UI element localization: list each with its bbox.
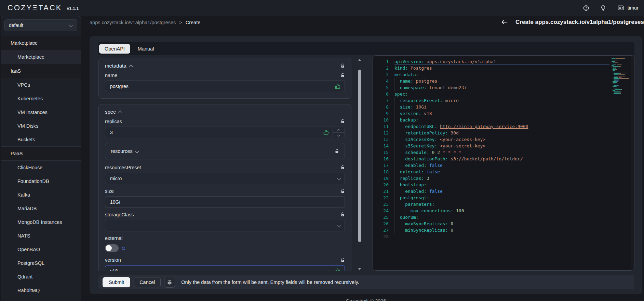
- scroll-up-arrow[interactable]: [358, 59, 361, 61]
- version-select-value: v18: [110, 268, 118, 271]
- editor-line[interactable]: 6spec:: [373, 91, 634, 97]
- sidebar-item-openbao[interactable]: OpenBAO: [1, 243, 81, 256]
- resourcespreset-field-label: resourcesPreset: [105, 165, 141, 170]
- sidebar-item-qdrant[interactable]: Qdrant: [1, 270, 81, 284]
- sidebar-item-kafka[interactable]: Kafka: [1, 188, 81, 202]
- sidebar-group-iaas[interactable]: IaaS: [1, 64, 81, 78]
- cancel-button[interactable]: Cancel: [134, 277, 161, 287]
- collapse-icon[interactable]: [129, 64, 133, 68]
- sidebar-item-postgresql[interactable]: PostgreSQL: [1, 256, 81, 270]
- editor-line[interactable]: 22postgresql:: [373, 195, 634, 201]
- stepper-down-button[interactable]: [333, 133, 345, 138]
- editor-line[interactable]: 10backup:: [373, 117, 634, 123]
- yaml-editor[interactable]: 1apiVersion: apps.cozystack.io/v1alpha12…: [373, 55, 634, 271]
- scroll-down-arrow[interactable]: [358, 268, 361, 270]
- replicas-field-label: replicas: [105, 119, 122, 124]
- lock-icon[interactable]: [335, 149, 339, 154]
- topbar: COZYΞTACK v1.1.1 timur: [0, 0, 644, 16]
- sidebar-item-nats[interactable]: NATS: [1, 229, 81, 243]
- editor-line[interactable]: 4name: postgres: [373, 78, 634, 84]
- form-mode-tabs: OpenAPI Manual: [98, 42, 634, 55]
- sidebar-item-mariadb[interactable]: MariaDB: [1, 202, 81, 215]
- editor-line[interactable]: 23parameters:: [373, 201, 634, 207]
- editor-line[interactable]: 5namespace: tenant-demo237: [373, 84, 634, 91]
- back-arrow-icon[interactable]: [500, 18, 508, 26]
- editor-line[interactable]: 26maxSyncReplicas: 0: [373, 220, 634, 227]
- collapse-icon[interactable]: [118, 111, 122, 114]
- size-field-label: size: [105, 188, 114, 194]
- app-logo: COZYΞTACK: [8, 3, 62, 12]
- sidebar-group-marketplace[interactable]: Marketplace: [1, 36, 81, 50]
- reset-default-icon[interactable]: [121, 246, 126, 250]
- sidebar-item-marketplace[interactable]: Marketplace: [1, 50, 81, 64]
- replicas-input[interactable]: 3: [105, 127, 345, 138]
- sidebar-item-foundationdb[interactable]: FoundationDB: [1, 174, 81, 188]
- lock-icon[interactable]: [340, 73, 345, 78]
- editor-line[interactable]: 21enabled: false: [373, 188, 634, 195]
- editor-line[interactable]: 18external: false: [373, 169, 634, 175]
- editor-line[interactable]: 11endpointURL: http://minio-gateway-serv…: [373, 123, 634, 130]
- theme-lightbulb-icon[interactable]: [600, 4, 607, 11]
- name-input-value: postgres: [110, 84, 129, 89]
- editor-line[interactable]: 15schedule: 0 2 * * * *: [373, 149, 634, 156]
- form-scrollbar[interactable]: [358, 58, 361, 271]
- lock-icon[interactable]: [340, 258, 345, 262]
- resourcespreset-select-value: micro: [110, 176, 122, 181]
- editor-minimap[interactable]: [612, 58, 630, 95]
- sidebar-item-kubernetes[interactable]: Kubernetes: [1, 92, 81, 105]
- user-menu[interactable]: timur: [617, 4, 639, 11]
- resources-collapsed-section[interactable]: resources: [105, 143, 345, 159]
- tab-openapi[interactable]: OpenAPI: [99, 44, 130, 54]
- breadcrumb-separator: >: [179, 20, 182, 25]
- stepper-up-button[interactable]: [333, 127, 345, 133]
- editor-line[interactable]: 17enabled: false: [373, 162, 634, 169]
- editor-line[interactable]: 27minSyncReplicas: 0: [373, 227, 634, 233]
- lock-icon[interactable]: [340, 119, 345, 124]
- debug-bug-button[interactable]: [164, 277, 175, 288]
- lock-icon[interactable]: [340, 63, 345, 68]
- sidebar-item-rabbitmq[interactable]: RabbitMQ: [1, 284, 81, 297]
- lock-icon[interactable]: [340, 189, 345, 194]
- editor-line[interactable]: 7resourcesPreset: micro: [373, 97, 634, 104]
- sidebar-item-buckets[interactable]: Buckets: [1, 133, 81, 146]
- editor-line[interactable]: 12retentionPolicy: 30d: [373, 130, 634, 136]
- version-select[interactable]: v18: [105, 265, 345, 271]
- sidebar-item-vm-disks[interactable]: VM Disks: [1, 119, 81, 133]
- editor-line[interactable]: 8size: 10Gi: [373, 104, 634, 110]
- tab-manual[interactable]: Manual: [132, 44, 160, 54]
- tenant-selector[interactable]: default: [4, 19, 77, 31]
- editor-scrollbar[interactable]: [631, 56, 634, 270]
- sidebar-item-vpcs[interactable]: VPCs: [1, 78, 81, 92]
- storageclass-select[interactable]: [105, 220, 345, 231]
- editor-line[interactable]: 14s3SecretKey: <your-secret-key>: [373, 143, 634, 149]
- editor-line[interactable]: 2kind: Postgres: [373, 65, 634, 71]
- editor-line[interactable]: 20bootstrap:: [373, 182, 634, 188]
- sidebar-item-vm-instances[interactable]: VM Instances: [1, 105, 81, 119]
- editor-line[interactable]: 24max_connections: 100: [373, 207, 634, 214]
- editor-line[interactable]: 19replicas: 3: [373, 175, 634, 182]
- editor-line[interactable]: 3metadata:: [373, 71, 634, 78]
- scrollbar-thumb[interactable]: [358, 70, 361, 242]
- editor-line[interactable]: 28: [373, 233, 634, 240]
- submit-button[interactable]: Submit: [103, 277, 130, 287]
- help-icon[interactable]: [583, 4, 590, 11]
- external-toggle[interactable]: [105, 244, 119, 252]
- lock-icon[interactable]: [340, 165, 345, 170]
- editor-line[interactable]: 9version: v18: [373, 110, 634, 117]
- tenant-selector-value: default: [9, 23, 23, 28]
- resourcespreset-select[interactable]: micro: [105, 173, 345, 184]
- replicas-input-value: 3: [110, 130, 113, 135]
- size-input[interactable]: 10Gi: [105, 196, 345, 208]
- chevron-down-icon: [69, 23, 72, 27]
- breadcrumb-path[interactable]: apps.cozystack.io/v1alpha1/postgreses: [90, 20, 176, 25]
- editor-line[interactable]: 16destinationPath: s3://bucket/path/to/f…: [373, 156, 634, 162]
- sidebar-item-mongodb-instances[interactable]: MongoDB Instances: [1, 215, 81, 229]
- thumbs-up-icon: [335, 84, 340, 89]
- editor-line[interactable]: 25quorum:: [373, 214, 634, 220]
- editor-line[interactable]: 1apiVersion: apps.cozystack.io/v1alpha1: [373, 58, 634, 65]
- sidebar-group-paas[interactable]: PaaS: [1, 146, 81, 161]
- editor-line[interactable]: 13s3AccessKey: <your-access-key>: [373, 136, 634, 143]
- sidebar-item-clickhouse[interactable]: ClickHouse: [1, 161, 81, 174]
- name-input[interactable]: postgres: [105, 81, 345, 92]
- lock-icon[interactable]: [340, 212, 345, 217]
